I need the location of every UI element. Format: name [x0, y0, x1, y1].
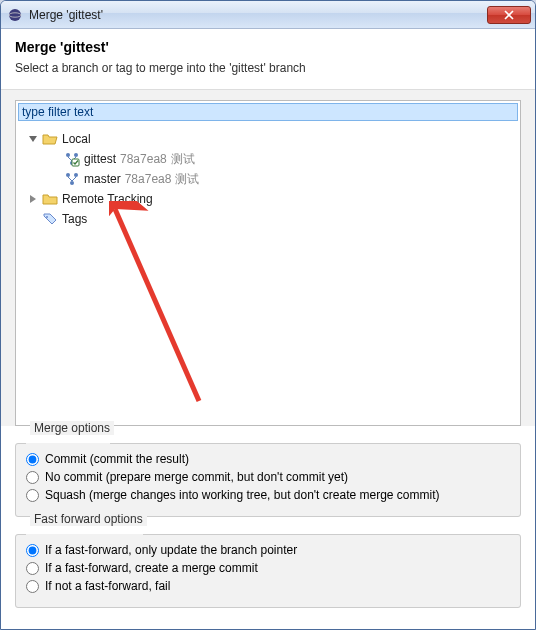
- dialog-window: Merge 'gittest' Merge 'gittest' Select a…: [0, 0, 536, 630]
- window-title: Merge 'gittest': [29, 8, 487, 22]
- radio-label: Commit (commit the result): [45, 452, 189, 466]
- expander-icon[interactable]: [26, 192, 40, 206]
- merge-option-commit[interactable]: Commit (commit the result): [26, 452, 510, 466]
- branch-name: master: [84, 172, 121, 186]
- close-button[interactable]: [487, 6, 531, 24]
- svg-point-6: [66, 173, 70, 177]
- radio-input[interactable]: [26, 489, 39, 502]
- svg-point-3: [74, 153, 78, 157]
- tree-label: Local: [62, 132, 91, 146]
- branch-note: 测试: [175, 171, 199, 188]
- branch-name: gittest: [84, 152, 116, 166]
- branch-hash: 78a7ea8: [120, 152, 167, 166]
- branch-note: 测试: [171, 151, 195, 168]
- group-legend: Merge options: [30, 421, 114, 435]
- folder-open-icon: [42, 131, 58, 147]
- svg-point-0: [9, 9, 21, 21]
- page-subtitle: Select a branch or tag to merge into the…: [15, 61, 521, 75]
- ff-options-group: Fast forward options If a fast-forward, …: [15, 527, 521, 608]
- merge-options-group: Merge options Commit (commit the result)…: [15, 436, 521, 517]
- close-icon: [504, 10, 514, 20]
- ff-option-fail[interactable]: If not a fast-forward, fail: [26, 579, 510, 593]
- radio-input[interactable]: [26, 562, 39, 575]
- folder-icon: [42, 191, 58, 207]
- dialog-header: Merge 'gittest' Select a branch or tag t…: [1, 29, 535, 90]
- tags-icon: [42, 211, 58, 227]
- radio-label: If a fast-forward, only update the branc…: [45, 543, 297, 557]
- tree-node-branch-master[interactable]: master 78a7ea8 测试: [20, 169, 516, 189]
- svg-point-2: [66, 153, 70, 157]
- branch-checked-icon: [64, 151, 80, 167]
- branch-hash: 78a7ea8: [125, 172, 172, 186]
- tree-node-local[interactable]: Local: [20, 129, 516, 149]
- radio-input[interactable]: [26, 471, 39, 484]
- svg-point-9: [46, 216, 48, 218]
- radio-input[interactable]: [26, 544, 39, 557]
- radio-label: If not a fast-forward, fail: [45, 579, 170, 593]
- branch-tree[interactable]: Local gittest 78a7ea8 测试 maste: [16, 123, 520, 425]
- ff-option-create[interactable]: If a fast-forward, create a merge commit: [26, 561, 510, 575]
- tree-panel: Local gittest 78a7ea8 测试 maste: [15, 100, 521, 426]
- svg-point-8: [70, 181, 74, 185]
- branch-icon: [64, 171, 80, 187]
- page-title: Merge 'gittest': [15, 39, 521, 55]
- expander-icon[interactable]: [26, 132, 40, 146]
- filter-input[interactable]: [18, 103, 518, 121]
- content-area: Local gittest 78a7ea8 测试 maste: [1, 90, 535, 426]
- eclipse-icon: [7, 7, 23, 23]
- radio-label: If a fast-forward, create a merge commit: [45, 561, 258, 575]
- tree-node-remote[interactable]: Remote Tracking: [20, 189, 516, 209]
- radio-label: Squash (merge changes into working tree,…: [45, 488, 439, 502]
- tree-node-tags[interactable]: Tags: [20, 209, 516, 229]
- merge-option-no-commit[interactable]: No commit (prepare merge commit, but don…: [26, 470, 510, 484]
- group-legend: Fast forward options: [30, 512, 147, 526]
- tree-node-branch-gittest[interactable]: gittest 78a7ea8 测试: [20, 149, 516, 169]
- tree-label: Remote Tracking: [62, 192, 153, 206]
- titlebar[interactable]: Merge 'gittest': [1, 1, 535, 29]
- ff-option-update[interactable]: If a fast-forward, only update the branc…: [26, 543, 510, 557]
- radio-label: No commit (prepare merge commit, but don…: [45, 470, 348, 484]
- tree-label: Tags: [62, 212, 87, 226]
- radio-input[interactable]: [26, 453, 39, 466]
- svg-point-7: [74, 173, 78, 177]
- merge-option-squash[interactable]: Squash (merge changes into working tree,…: [26, 488, 510, 502]
- radio-input[interactable]: [26, 580, 39, 593]
